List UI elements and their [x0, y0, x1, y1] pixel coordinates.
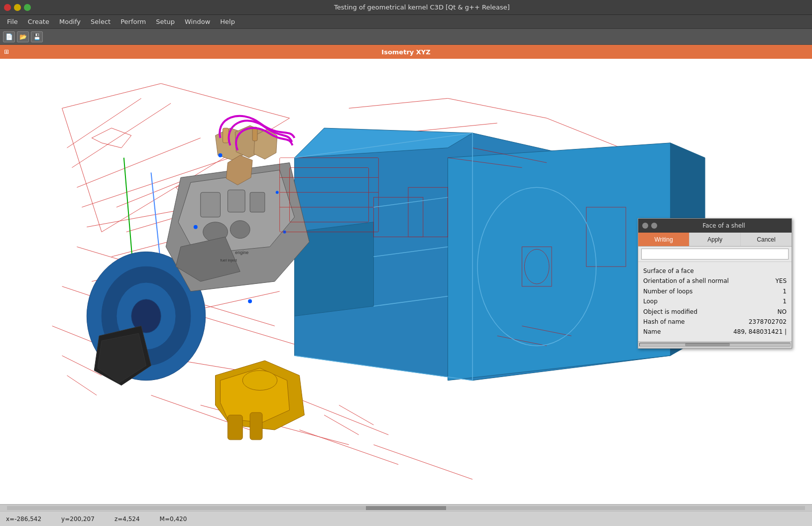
panel-value-loop: 1	[783, 296, 787, 306]
svg-point-63	[248, 299, 252, 303]
window-controls	[4, 4, 31, 11]
status-x: x=-286,542	[6, 516, 41, 523]
viewport[interactable]: engine fuel inject	[0, 59, 812, 504]
svg-rect-50	[228, 190, 245, 212]
panel-value-name: 489, 848031421 |	[733, 327, 787, 337]
menu-file[interactable]: File	[2, 16, 23, 27]
viewport-scroll-thumb[interactable]	[366, 506, 446, 510]
panel-row-loop: Loop 1	[643, 296, 787, 306]
panel-minimize-button[interactable]	[651, 223, 657, 229]
info-panel: Face of a shell Writing Apply Cancel Sur…	[638, 218, 792, 349]
menu-create[interactable]: Create	[23, 16, 54, 27]
svg-point-70	[242, 371, 277, 391]
panel-label-modified: Object is modified	[643, 307, 697, 317]
status-m: M=0,420	[160, 516, 187, 523]
svg-point-62	[194, 225, 198, 229]
svg-text:engine: engine	[235, 250, 248, 255]
panel-row-loops: Number of loops 1	[643, 286, 787, 296]
viewport-header: ⊞ Isometry XYZ	[0, 45, 812, 59]
writing-button[interactable]: Writing	[638, 233, 690, 246]
statusbar: x=-286,542 y=200,207 z=4,524 M=0,420	[0, 511, 812, 526]
window-title: Testing of geometrical kernel C3D [Qt & …	[36, 3, 808, 11]
svg-text:fuel inject: fuel inject	[221, 258, 237, 263]
panel-label-hash: Hash of name	[643, 317, 685, 327]
panel-label-orientation: Orientation of a shell normal	[643, 276, 729, 286]
open-file-button[interactable]: 📂	[17, 31, 29, 42]
scrollbar-track[interactable]	[639, 343, 791, 347]
viewport-scrollbar[interactable]	[0, 504, 812, 511]
svg-point-64	[276, 191, 279, 194]
svg-rect-49	[201, 192, 221, 217]
panel-label-loops: Number of loops	[643, 286, 693, 296]
status-z: z=4,524	[115, 516, 140, 523]
svg-rect-59	[223, 128, 229, 143]
panel-scrollbar[interactable]	[638, 341, 792, 348]
panel-value-loops: 1	[783, 286, 787, 296]
panel-text-input[interactable]	[641, 249, 789, 260]
menu-setup[interactable]: Setup	[151, 16, 180, 27]
svg-rect-69	[250, 412, 262, 440]
toolbar: 📄 📂 💾	[0, 29, 812, 45]
close-button[interactable]	[4, 4, 11, 11]
menu-help[interactable]: Help	[215, 16, 240, 27]
titlebar: Testing of geometrical kernel C3D [Qt & …	[0, 0, 812, 15]
panel-row-hash: Hash of name 2378702702	[643, 317, 787, 327]
panel-label-name: Name	[643, 327, 661, 337]
menu-window[interactable]: Window	[180, 16, 215, 27]
scrollbar-thumb[interactable]	[685, 343, 730, 346]
panel-titlebar: Face of a shell	[638, 219, 792, 233]
menu-select[interactable]: Select	[86, 16, 116, 27]
new-file-button[interactable]: 📄	[3, 31, 15, 42]
viewport-icon: ⊞	[4, 48, 9, 55]
panel-row-name: Name 489, 848031421 |	[643, 327, 787, 337]
panel-value-hash: 2378702702	[749, 317, 787, 327]
svg-point-61	[219, 153, 223, 157]
apply-button[interactable]: Apply	[690, 233, 741, 246]
maximize-button[interactable]	[24, 4, 31, 11]
cancel-button[interactable]: Cancel	[741, 233, 792, 246]
panel-row-surface: Surface of a face	[643, 266, 787, 276]
menu-modify[interactable]: Modify	[54, 16, 86, 27]
save-file-button[interactable]: 💾	[31, 31, 43, 42]
panel-close-button[interactable]	[642, 223, 648, 229]
status-y: y=200,207	[61, 516, 95, 523]
minimize-button[interactable]	[14, 4, 21, 11]
panel-input-row	[638, 247, 792, 262]
panel-action-buttons: Writing Apply Cancel	[638, 233, 792, 247]
panel-row-modified: Object is modified NO	[643, 307, 787, 317]
panel-label-loop: Loop	[643, 296, 658, 306]
viewport-title: Isometry XYZ	[381, 48, 430, 56]
panel-value-modified: NO	[778, 307, 787, 317]
panel-value-orientation: YES	[775, 276, 787, 286]
menu-perform[interactable]: Perform	[116, 16, 151, 27]
viewport-scroll-track[interactable]	[7, 506, 805, 510]
svg-rect-51	[250, 192, 265, 212]
menubar: File Create Modify Select Perform Setup …	[0, 15, 812, 29]
panel-content: Surface of a face Orientation of a shell…	[638, 262, 792, 341]
svg-rect-68	[228, 415, 242, 440]
panel-row-orientation: Orientation of a shell normal YES	[643, 276, 787, 286]
svg-point-53	[230, 221, 250, 239]
panel-label-surface: Surface of a face	[643, 266, 694, 276]
panel-title: Face of a shell	[660, 222, 788, 229]
